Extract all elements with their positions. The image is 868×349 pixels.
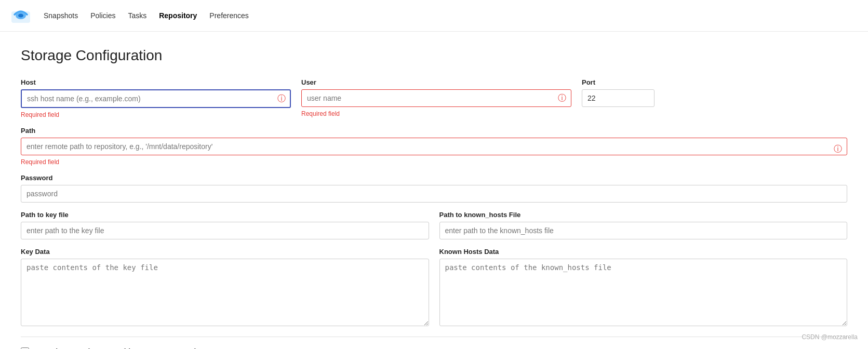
nav-preferences[interactable]: Preferences bbox=[209, 11, 248, 20]
path-input[interactable] bbox=[21, 138, 847, 155]
host-input[interactable] bbox=[21, 89, 291, 108]
port-label: Port bbox=[582, 78, 655, 86]
user-input[interactable] bbox=[301, 89, 571, 107]
user-label: User bbox=[301, 78, 571, 86]
host-error-icon: ⓘ bbox=[277, 93, 286, 104]
key-file-input[interactable] bbox=[21, 222, 429, 239]
key-data-row: Key Data Known Hosts Data bbox=[21, 248, 847, 326]
port-group: Port bbox=[582, 78, 655, 118]
path-required-text: Required field bbox=[21, 158, 847, 166]
key-file-group: Path to key file bbox=[21, 211, 429, 239]
key-file-input-wrapper bbox=[21, 222, 429, 239]
footer-credit: CSDN @mozzarella bbox=[802, 333, 858, 341]
page-title: Storage Configuration bbox=[21, 47, 847, 64]
key-data-group: Key Data bbox=[21, 248, 429, 326]
nav-snapshots[interactable]: Snapshots bbox=[44, 11, 78, 20]
known-hosts-file-input-wrapper bbox=[439, 222, 848, 239]
main-content: Storage Configuration Host ⓘ Required fi… bbox=[0, 32, 868, 349]
divider bbox=[21, 337, 847, 337]
port-input[interactable] bbox=[582, 89, 655, 107]
password-row: Password bbox=[21, 174, 847, 203]
known-hosts-file-label: Path to known_hosts File bbox=[439, 211, 848, 219]
known-hosts-file-group: Path to known_hosts File bbox=[439, 211, 848, 239]
nav-repository[interactable]: Repository bbox=[159, 11, 197, 20]
known-hosts-data-group: Known Hosts Data bbox=[439, 248, 848, 326]
password-label: Password bbox=[21, 174, 847, 182]
password-input[interactable] bbox=[21, 185, 847, 203]
port-input-wrapper bbox=[582, 89, 655, 107]
host-required-text: Required field bbox=[21, 111, 291, 118]
nav-links: Snapshots Policies Tasks Repository Pref… bbox=[44, 11, 249, 20]
svg-point-2 bbox=[18, 14, 23, 18]
path-input-wrapper: ⓘ bbox=[21, 138, 847, 155]
host-group: Host ⓘ Required field bbox=[21, 78, 291, 118]
known-hosts-data-textarea[interactable] bbox=[439, 259, 848, 326]
password-input-wrapper bbox=[21, 185, 847, 203]
path-row: Path ⓘ Required field bbox=[21, 127, 847, 166]
path-group: Path ⓘ Required field bbox=[21, 127, 847, 166]
user-error-icon: ⓘ bbox=[558, 93, 566, 104]
user-required-text: Required field bbox=[301, 110, 571, 117]
host-user-port-row: Host ⓘ Required field User ⓘ Required fi… bbox=[21, 78, 847, 118]
nav-tasks[interactable]: Tasks bbox=[128, 11, 146, 20]
app-logo[interactable] bbox=[10, 5, 31, 26]
host-input-wrapper: ⓘ bbox=[21, 89, 291, 108]
user-group: User ⓘ Required field bbox=[301, 78, 571, 118]
known-hosts-data-label: Known Hosts Data bbox=[439, 248, 848, 256]
navbar: Snapshots Policies Tasks Repository Pref… bbox=[0, 0, 868, 32]
path-error-icon: ⓘ bbox=[834, 144, 842, 155]
path-label: Path bbox=[21, 127, 847, 135]
password-group: Password bbox=[21, 174, 847, 203]
key-file-row: Path to key file Path to known_hosts Fil… bbox=[21, 211, 847, 239]
host-label: Host bbox=[21, 78, 291, 86]
key-file-label: Path to key file bbox=[21, 211, 429, 219]
nav-policies[interactable]: Policies bbox=[90, 11, 115, 20]
key-data-textarea[interactable] bbox=[21, 259, 429, 326]
key-data-label: Key Data bbox=[21, 248, 429, 256]
known-hosts-file-input[interactable] bbox=[439, 222, 848, 239]
user-input-wrapper: ⓘ bbox=[301, 89, 571, 107]
